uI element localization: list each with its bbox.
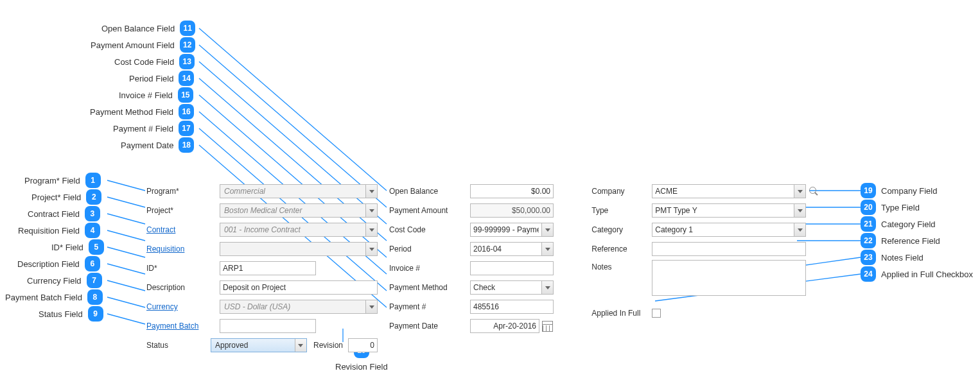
callout-requisition: Requisition Field 4 (18, 223, 100, 238)
requisition-select[interactable] (220, 242, 378, 256)
label-requisition-link[interactable]: Requisition (146, 245, 216, 253)
callout-applied-in-full: 24 Applied in Full Checkbox (861, 266, 973, 282)
program-select[interactable]: Commercial (220, 184, 378, 198)
period-input[interactable] (470, 242, 542, 256)
callout-description: Description Field 6 (17, 256, 100, 271)
callout-label: Currency Field (27, 276, 82, 286)
label-contract-link[interactable]: Contract (146, 225, 216, 234)
cost-code-combo[interactable] (470, 223, 554, 237)
form-column-1: Program* Commercial Project* Boston Medi… (146, 183, 378, 354)
label-payment-amount: Payment Amount (389, 206, 466, 215)
cost-code-input[interactable] (470, 223, 542, 237)
callout-open-balance: Open Balance Field 11 (101, 21, 195, 36)
dropdown-arrow-icon[interactable] (542, 280, 554, 295)
callout-status: Status Field 9 (39, 306, 103, 322)
callout-label: Program* Field (24, 176, 80, 185)
callout-category: 21 Category Field (861, 216, 936, 232)
callout-reference: 22 Reference Field (861, 233, 940, 248)
label-payment-batch-link[interactable]: Payment Batch (146, 322, 216, 331)
contract-select[interactable]: 001 - Income Contract (220, 223, 378, 237)
type-input[interactable] (652, 203, 794, 218)
svg-line-1 (107, 197, 145, 207)
badge: 19 (861, 183, 876, 198)
callout-label: Reference Field (881, 236, 940, 246)
reference-input[interactable] (652, 242, 806, 256)
callout-payment-method: Payment Method Field 16 (90, 104, 194, 119)
label-description: Description (146, 283, 216, 292)
payment-date-input[interactable] (470, 319, 539, 333)
callout-label: Invoice # Field (119, 90, 173, 100)
callout-label: Description Field (17, 259, 80, 269)
row-contract: Contract 001 - Income Contract (146, 221, 378, 238)
row-id: ID* (146, 260, 378, 277)
callout-label: Status Field (39, 309, 83, 319)
dropdown-arrow-icon[interactable] (794, 184, 806, 198)
callout-label: Applied in Full Checkbox (881, 270, 973, 279)
svg-line-6 (107, 280, 145, 291)
open-balance-input[interactable] (470, 184, 554, 198)
badge: 1 (85, 173, 101, 188)
callout-label: Cost Code Field (114, 57, 174, 67)
callout-label: Open Balance Field (101, 24, 175, 33)
revision-input[interactable] (348, 338, 378, 352)
description-input[interactable] (220, 280, 378, 295)
callout-payment-date: Payment Date 18 (121, 137, 194, 153)
label-currency-link[interactable]: Currency (146, 302, 216, 311)
invoice-input[interactable] (470, 261, 554, 275)
callout-label: Payment Batch Field (5, 293, 82, 302)
callout-cost-code: Cost Code Field 13 (114, 54, 195, 69)
badge: 15 (178, 87, 193, 103)
badge: 16 (179, 104, 194, 119)
label-cost-code: Cost Code (389, 225, 466, 234)
callout-label: Payment # Field (113, 124, 173, 133)
callout-label: Payment Method Field (90, 107, 173, 117)
dropdown-arrow-icon[interactable] (794, 203, 806, 218)
project-select[interactable]: Boston Medical Center (220, 203, 378, 218)
status-select[interactable]: Approved (211, 338, 307, 352)
notes-textarea[interactable] (652, 260, 806, 296)
badge: 2 (86, 189, 101, 205)
label-id: ID* (146, 264, 216, 273)
callout-label: Requisition Field (18, 226, 80, 236)
label-payment-date: Payment Date (389, 322, 466, 331)
row-description: Description (146, 279, 378, 296)
search-icon[interactable] (809, 186, 819, 196)
company-input[interactable] (652, 184, 794, 198)
id-input[interactable] (220, 261, 316, 275)
row-open-balance: Open Balance (389, 183, 580, 200)
dropdown-arrow-icon[interactable] (794, 223, 806, 237)
callout-contract: Contract Field 3 (28, 206, 100, 221)
payment-batch-input[interactable] (220, 319, 316, 333)
payment-no-input[interactable] (470, 300, 554, 314)
row-category: Category (591, 221, 821, 238)
payment-method-combo[interactable] (470, 280, 554, 295)
category-combo[interactable] (652, 223, 806, 237)
row-status: Status Approved Revision (146, 337, 378, 354)
badge: 24 (861, 266, 876, 282)
badge: 22 (861, 233, 876, 248)
row-applied-in-full: Applied In Full (591, 305, 821, 322)
dropdown-arrow-icon[interactable] (542, 223, 554, 237)
payment-amount-input (470, 203, 554, 218)
callout-program: Program* Field 1 (24, 173, 101, 188)
callout-label: Type Field (881, 203, 920, 212)
period-combo[interactable] (470, 242, 554, 256)
row-payment-batch: Payment Batch (146, 318, 378, 334)
calendar-icon[interactable] (542, 321, 553, 332)
currency-select[interactable]: USD - Dollar (USA) (220, 300, 378, 314)
applied-in-full-checkbox[interactable] (652, 309, 661, 318)
dropdown-arrow-icon[interactable] (542, 242, 554, 256)
payment-method-input[interactable] (470, 280, 542, 295)
category-input[interactable] (652, 223, 794, 237)
badge: 13 (179, 54, 195, 69)
payment-form: Program* Commercial Project* Boston Medi… (146, 183, 821, 354)
label-period: Period (389, 245, 466, 253)
company-combo[interactable] (652, 184, 806, 198)
callout-payment-amount: Payment Amount Field 12 (91, 37, 195, 53)
row-payment-method: Payment Method (389, 279, 580, 296)
type-combo[interactable] (652, 203, 806, 218)
callout-payment-batch: Payment Batch Field 8 (5, 289, 103, 305)
callout-label: Payment Amount Field (91, 40, 175, 50)
row-project: Project* Boston Medical Center (146, 202, 378, 219)
row-cost-code: Cost Code (389, 221, 580, 238)
